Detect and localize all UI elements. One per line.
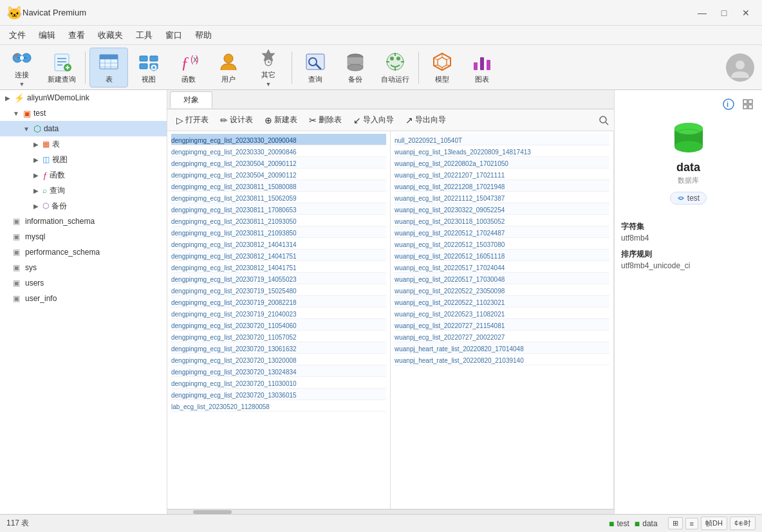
data-row-right[interactable]: wuanpj_ecg_list_20221207_17021111 — [395, 169, 609, 180]
data-row-right[interactable]: wuanpj_ecg_list_20220523_11082021 — [395, 307, 609, 319]
toolbar-user[interactable]: 用户 — [209, 48, 248, 87]
user-avatar[interactable] — [726, 53, 754, 82]
sidebar-item-function[interactable]: ▶ ƒ 函数 — [0, 167, 167, 183]
sidebar-item-table[interactable]: ▶ ▦ 表 — [0, 136, 167, 152]
toolbar-table[interactable]: 表 — [89, 48, 128, 87]
table-data[interactable]: dengpingmg_ecg_list_20230330_20090048den… — [167, 131, 614, 514]
data-row-left[interactable]: dengpingmg_ecg_list_20230720_13024834 — [171, 365, 386, 377]
new-table-button[interactable]: ⊕ 新建表 — [259, 113, 302, 127]
sidebar-db-sys[interactable]: ▣ sys — [0, 260, 167, 275]
export-wizard-button[interactable]: ↗ 导出向导 — [400, 113, 451, 127]
menu-file[interactable]: 文件 — [3, 27, 32, 44]
data-row-left[interactable]: dengpingmg_ecg_list_20230504_20090112 — [171, 169, 386, 180]
data-row-right[interactable]: wuanpj_ecg_list_13leads_20220809_1481741… — [395, 145, 609, 157]
toolbar-model[interactable]: 模型 — [423, 48, 461, 87]
grid-button[interactable] — [740, 96, 756, 112]
data-row-right[interactable]: null_20220921_10540T — [395, 134, 609, 145]
open-table-icon: ▷ — [176, 115, 183, 125]
data-row-left[interactable]: dengpingmg_ecg_list_20230720_13036015 — [171, 389, 386, 400]
sidebar-db-test[interactable]: ▼ ▣ test — [0, 105, 167, 121]
data-row-left[interactable]: dengpingmg_ecg_list_20230719_21040023 — [171, 307, 386, 319]
sidebar-item-view[interactable]: ▶ ◫ 视图 — [0, 152, 167, 167]
data-row-left[interactable]: dengpingmg_ecg_list_20230811_17080653 — [171, 203, 386, 215]
sidebar-db-info-schema[interactable]: ▣ information_schema — [0, 214, 167, 229]
data-row-right[interactable]: wuanpj_ecg_list_20220522_23050098 — [395, 284, 609, 296]
close-button[interactable]: ✕ — [736, 6, 756, 19]
sidebar-db-mysql[interactable]: ▣ mysql — [0, 229, 167, 244]
data-row-left[interactable]: dengpingmg_ecg_list_20230504_20090112 — [171, 157, 386, 169]
sidebar-item-query[interactable]: ▶ ⌕ 查询 — [0, 183, 167, 198]
sidebar-db-users[interactable]: ▣ users — [0, 275, 167, 291]
minimize-button[interactable]: — — [692, 6, 712, 19]
import-wizard-button[interactable]: ↙ 导入向导 — [348, 113, 399, 127]
data-row-right[interactable]: wuanpj_ecg_list_20220512_16051118 — [395, 250, 609, 261]
sidebar-db-user-info[interactable]: ▣ user_info — [0, 291, 167, 306]
data-row-left[interactable]: dengpingmg_ecg_list_20230811_21093050 — [171, 215, 386, 226]
data-row-left[interactable]: dengpingmg_ecg_list_20230719_14055023 — [171, 273, 386, 284]
toolbar-new-query[interactable]: 新建查询 — [42, 48, 81, 87]
horizontal-scrollbar[interactable] — [167, 509, 614, 514]
toolbar-connect[interactable]: 连接 ▼ — [3, 48, 41, 87]
menu-favorites[interactable]: 收藏夹 — [91, 27, 129, 44]
menu-help[interactable]: 帮助 — [189, 27, 218, 44]
search-button[interactable] — [597, 114, 610, 127]
sidebar-schema-data[interactable]: ▼ ⬡ data — [0, 121, 167, 136]
tab-object[interactable]: 对象 — [170, 91, 212, 108]
data-row-right[interactable]: wuanpj_ecg_list_20220517_17030048 — [395, 273, 609, 284]
toolbar-backup[interactable]: 备份 — [336, 48, 375, 87]
data-row-right[interactable]: wuanpj_ecg_list_20221112_15047387 — [395, 192, 609, 203]
data-row-right[interactable]: wuanpj_ecg_list_20220802a_17021050 — [395, 157, 609, 169]
toolbar-function[interactable]: ƒ ( x ) 函数 — [169, 48, 208, 87]
info-button[interactable]: i — [721, 96, 736, 112]
design-table-button[interactable]: ✏ 设计表 — [215, 113, 258, 127]
sidebar-connection[interactable]: ▶ ⚡ aliyunWDemoLink — [0, 90, 167, 105]
data-row-left[interactable]: dengpingmg_ecg_list_20230719_20082218 — [171, 296, 386, 307]
maximize-button[interactable]: □ — [714, 6, 734, 19]
toolbar-query[interactable]: 查询 — [296, 48, 335, 87]
menu-edit[interactable]: 编辑 — [32, 27, 62, 44]
data-row-right[interactable]: wuanpj_heart_rate_list_20220820_21039140 — [395, 354, 609, 365]
data-row-right[interactable]: wuanpj_ecg_list_20220517_17024044 — [395, 261, 609, 273]
data-row-right[interactable]: wuanpj_ecg_list_20220522_11023021 — [395, 296, 609, 307]
toolbar-chart[interactable]: 图表 — [463, 48, 501, 87]
data-row-right[interactable]: wuanpj_ecg_list_20220512_15037080 — [395, 238, 609, 250]
data-row-left[interactable]: dengpingmg_ecg_list_20230812_14041314 — [171, 238, 386, 250]
data-row-right[interactable]: wuanpj_ecg_list_20230118_10035052 — [395, 215, 609, 226]
data-row-left[interactable]: dengpingmg_ecg_list_20230720_11054060 — [171, 319, 386, 331]
data-row-left[interactable]: dengpingmg_ecg_list_20230812_14041751 — [171, 261, 386, 273]
sidebar-item-backup[interactable]: ▶ ⬡ 备份 — [0, 198, 167, 214]
data-row-left[interactable]: dengpingmg_ecg_list_20230720_11030010 — [171, 377, 386, 389]
data-row-left[interactable]: dengpingmg_ecg_list_20230720_13061632 — [171, 342, 386, 354]
data-row-right[interactable]: wuanpj_ecg_list_20230322_09052254 — [395, 203, 609, 215]
menu-view[interactable]: 查看 — [62, 27, 91, 44]
svg-rect-47 — [474, 62, 478, 70]
data-row-left[interactable]: dengpingmg_ecg_list_20230811_21093850 — [171, 226, 386, 238]
status-grid-btn[interactable]: ⊞ — [668, 517, 683, 529]
data-row-left[interactable]: dengpingmg_ecg_list_20230330_20090048 — [171, 134, 386, 145]
data-row-right[interactable]: wuanpj_ecg_list_20220727_21154081 — [395, 319, 609, 331]
data-row-left[interactable]: lab_ecg_list_20230520_11280058 — [171, 400, 386, 412]
data-row-left[interactable]: dengpingmg_ecg_list_20230812_14041751 — [171, 250, 386, 261]
status-extra-btn2[interactable]: ¢⊕时 — [730, 517, 756, 530]
data-row-right[interactable]: wuanpj_heart_rate_list_20220820_17014048 — [395, 342, 609, 354]
delete-table-button[interactable]: ✂ 删除表 — [304, 113, 347, 127]
toolbar-other[interactable]: 其它 ▼ — [249, 48, 288, 87]
data-row-left[interactable]: dengpingmg_ecg_list_20230330_20090846 — [171, 145, 386, 157]
menu-tools[interactable]: 工具 — [129, 27, 159, 44]
scrollbar-thumb[interactable] — [193, 510, 232, 514]
data-row-right[interactable]: wuanpj_ecg_list_20221208_17021948 — [395, 180, 609, 192]
sidebar-db-performance[interactable]: ▣ performance_schema — [0, 244, 167, 260]
data-row-left[interactable]: dengpingmg_ecg_list_20230811_15080088 — [171, 180, 386, 192]
status-extra-btn1[interactable]: 帧DH — [701, 517, 727, 530]
data-row-right[interactable]: wuanpj_ecg_list_20220727_20022027 — [395, 331, 609, 342]
data-row-right[interactable]: wuanpj_ecg_list_20220512_17024487 — [395, 226, 609, 238]
data-row-left[interactable]: dengpingmg_ecg_list_20230719_15025480 — [171, 284, 386, 296]
data-row-left[interactable]: dengpingmg_ecg_list_20230811_15062059 — [171, 192, 386, 203]
data-row-left[interactable]: dengpingmg_ecg_list_20230720_11057052 — [171, 331, 386, 342]
toolbar-autorun[interactable]: 自动运行 — [376, 48, 414, 87]
toolbar-view[interactable]: 视图 — [129, 48, 168, 87]
menu-window[interactable]: 窗口 — [159, 27, 189, 44]
status-list-btn[interactable]: ≡ — [685, 518, 698, 529]
data-row-left[interactable]: dengpingmg_ecg_list_20230720_13020008 — [171, 354, 386, 365]
open-table-button[interactable]: ▷ 打开表 — [171, 113, 214, 127]
